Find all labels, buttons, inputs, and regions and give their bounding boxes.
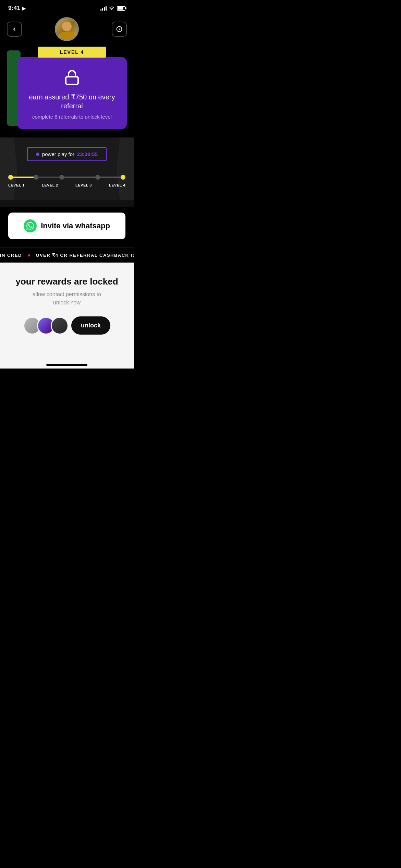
contact-avatar-3 xyxy=(51,317,69,335)
rewards-section: your rewards are locked allow contact pe… xyxy=(0,263,134,359)
scrolling-banner: IN CRED ♥ OVER ₹4 CR REFERRAL CASHBACK I… xyxy=(0,248,134,263)
level-4-node xyxy=(121,175,125,180)
location-icon: ▶ xyxy=(22,5,26,11)
level-2-node xyxy=(34,175,38,180)
banner-content: IN CRED ♥ OVER ₹4 CR REFERRAL CASHBACK I… xyxy=(0,253,134,258)
invite-whatsapp-button[interactable]: Invite via whatsapp xyxy=(8,213,125,239)
level-3-node xyxy=(59,175,64,180)
power-play-label: power play for xyxy=(42,151,74,157)
battery-icon xyxy=(117,6,125,11)
back-arrow-icon xyxy=(11,26,17,32)
progress-line-4b xyxy=(110,177,121,178)
back-button[interactable] xyxy=(7,22,22,37)
power-dot-icon xyxy=(36,153,39,156)
wifi-icon xyxy=(109,5,115,11)
level-2-label: LEVEL 2 xyxy=(42,183,58,187)
whatsapp-logo xyxy=(26,222,34,230)
avatar xyxy=(55,17,79,41)
level-card: earn assured ₹750 on every referral comp… xyxy=(17,57,127,129)
card-outer: LEVEL 4 earn assured ₹750 on every refer… xyxy=(7,47,127,129)
level-1-node xyxy=(8,175,13,180)
invite-section: Invite via whatsapp xyxy=(0,207,134,248)
main-dark-section: LEVEL 4 earn assured ₹750 on every refer… xyxy=(0,47,134,248)
hex-bg: power play for 23:38:55 xyxy=(0,137,134,200)
lock-icon xyxy=(25,69,119,87)
level-progress-section: LEVEL 1 LEVEL 2 LEVEL 3 LEVEL 4 xyxy=(0,168,134,190)
level-1-label: LEVEL 1 xyxy=(8,183,25,187)
progress-line-2 xyxy=(38,177,59,178)
home-indicator xyxy=(0,359,134,369)
progress-line-3 xyxy=(64,177,85,178)
status-icons xyxy=(100,5,125,11)
progress-line-3b xyxy=(85,177,95,178)
unlock-section: unlock xyxy=(8,316,125,335)
level-3b-node xyxy=(95,175,100,180)
progress-line-4 xyxy=(100,177,110,178)
progress-track xyxy=(8,175,125,180)
nav-bar xyxy=(0,14,134,47)
info-icon xyxy=(116,26,122,32)
level-badge: LEVEL 4 xyxy=(38,47,106,58)
signal-icon xyxy=(100,6,107,11)
banner-heart-1: ♥ xyxy=(27,253,30,258)
rewards-subtitle: allow contact permissions tounlock now xyxy=(8,290,125,307)
contact-avatars xyxy=(23,317,64,335)
home-bar xyxy=(46,364,87,366)
card-title: earn assured ₹750 on every referral xyxy=(25,93,119,110)
svg-rect-3 xyxy=(66,77,78,84)
power-play-section: power play for 23:38:55 xyxy=(0,137,134,207)
info-button[interactable] xyxy=(112,22,127,37)
power-play-badge: power play for 23:38:55 xyxy=(27,147,107,161)
progress-line-1 xyxy=(13,177,34,178)
rewards-title: your rewards are locked xyxy=(8,276,125,287)
invite-text: Invite via whatsapp xyxy=(41,221,110,230)
status-bar: 9:41 ▶ xyxy=(0,0,134,14)
level-3-label: LEVEL 3 xyxy=(75,183,92,187)
level-labels: LEVEL 1 LEVEL 2 LEVEL 3 LEVEL 4 xyxy=(8,183,125,187)
status-time: 9:41 xyxy=(8,5,20,12)
banner-text-2: OVER ₹4 CR REFERRAL CASHBACK IS CLAIMED xyxy=(36,253,134,258)
banner-text-1: IN CRED xyxy=(0,253,22,258)
avatar-face-3 xyxy=(52,318,68,334)
power-play-timer: 23:38:55 xyxy=(77,151,98,157)
unlock-button[interactable]: unlock xyxy=(71,316,110,335)
level-4-label: LEVEL 4 xyxy=(109,183,125,187)
card-subtitle: complete 8 referrals to unlock level xyxy=(25,114,119,120)
whatsapp-icon xyxy=(24,219,37,232)
